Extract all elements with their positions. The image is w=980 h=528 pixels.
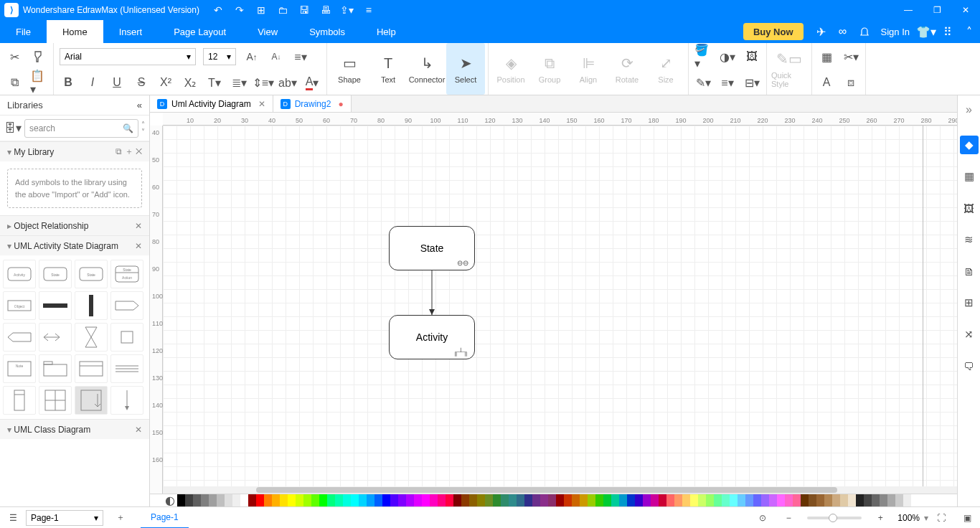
color-swatch[interactable] [406,494,414,507]
color-swatch[interactable] [217,494,225,507]
window-minimize-button[interactable]: — [894,0,923,20]
color-swatch[interactable] [540,494,548,507]
lib-section-object-rel[interactable]: ▸ Object Relationship ✕ [0,215,149,235]
color-swatch[interactable] [777,494,785,507]
menu-tab-file[interactable]: File [0,20,47,43]
right-tab-navigator-icon[interactable]: ⊞ [960,293,979,312]
color-swatch[interactable] [367,494,374,507]
menu-tab-view[interactable]: View [242,20,293,43]
color-swatch[interactable] [793,494,801,507]
color-swatch[interactable] [303,494,311,507]
color-swatch[interactable] [256,494,264,507]
right-tab-image-icon[interactable]: 🖼 [960,199,979,217]
sheet-icon[interactable]: ▦ [818,48,835,65]
qat-more-icon[interactable]: ≡ [363,4,374,16]
color-swatch[interactable] [327,494,335,507]
color-swatch[interactable] [690,494,698,507]
color-swatch[interactable] [524,494,532,507]
shape-thumbnail[interactable] [3,323,36,352]
color-swatch[interactable] [856,494,864,507]
diagram-node[interactable]: State⊖⊖ [389,226,475,270]
color-swatch[interactable] [730,494,738,507]
color-swatch[interactable] [509,494,517,507]
color-swatch[interactable] [311,494,319,507]
shape-tool-button[interactable]: ▭Shape [330,43,369,95]
menu-tab-home[interactable]: Home [47,20,103,43]
notifications-icon[interactable] [854,20,875,43]
color-swatch[interactable] [177,494,185,507]
color-swatch[interactable] [785,494,793,507]
color-swatch[interactable] [240,494,248,507]
color-swatch[interactable] [887,494,895,507]
lib-section-my-library[interactable]: ▾ My Library ⧉ ＋ ✕ [0,141,149,161]
window-restore-button[interactable]: ❐ [923,0,951,20]
color-swatch[interactable] [390,494,398,507]
color-swatch[interactable] [895,494,903,507]
canvas[interactable]: State⊖⊖Activity╓┴╖ [163,126,980,494]
color-swatch[interactable] [453,494,461,507]
libraries-collapse-icon[interactable]: « [137,100,142,110]
color-swatch[interactable] [430,494,438,507]
color-swatch[interactable] [359,494,367,507]
right-tab-layers-icon[interactable]: ≋ [960,230,979,249]
color-swatch[interactable] [769,494,777,507]
send-icon[interactable]: ✈ [811,20,832,43]
undo-icon[interactable]: ↶ [212,4,224,16]
canvas-hscrollbar-thumb[interactable] [256,487,837,493]
strike-icon[interactable]: S [133,74,150,91]
color-swatch[interactable] [264,494,272,507]
close-icon[interactable]: ✕ [135,425,142,435]
color-swatch[interactable] [422,494,430,507]
shape-thumbnail[interactable] [75,323,108,352]
connector-tool-button[interactable]: ↳Connector [407,43,446,95]
right-panel-expand-icon[interactable]: » [958,101,980,118]
libraries-browse-icon[interactable]: 🗄▾ [4,121,22,135]
shape-thumbnail[interactable] [110,386,143,415]
color-swatch[interactable] [595,494,603,507]
crop-icon[interactable]: ✂▾ [842,48,859,65]
color-swatch[interactable] [643,494,651,507]
color-swatch[interactable] [351,494,359,507]
color-swatch[interactable] [461,494,469,507]
line-style-icon[interactable]: ≡▾ [719,74,736,91]
shape-thumbnail[interactable] [110,291,143,320]
outline-view-icon[interactable]: ☰ [0,507,26,529]
menu-tab-insert[interactable]: Insert [103,20,159,43]
shape-thumbnail[interactable] [39,323,72,352]
shape-thumbnail[interactable] [39,291,72,320]
color-swatch[interactable] [296,494,303,507]
add-page-icon[interactable]: ＋ [108,507,133,529]
line-color-icon[interactable]: ✎▾ [694,74,712,91]
color-swatch[interactable] [761,494,769,507]
color-swatch[interactable] [880,494,887,507]
color-swatch[interactable] [382,494,390,507]
color-swatch[interactable] [477,494,485,507]
color-swatch[interactable] [588,494,595,507]
color-swatch[interactable] [335,494,343,507]
shape-thumbnail[interactable] [39,386,72,415]
menu-tab-symbols[interactable]: Symbols [293,20,361,43]
distribute-icon[interactable]: ⧈ [842,74,859,91]
color-swatch[interactable] [682,494,690,507]
color-swatch[interactable] [532,494,540,507]
color-swatch[interactable] [564,494,572,507]
color-swatch[interactable] [666,494,674,507]
redo-icon[interactable]: ↷ [234,4,245,16]
color-swatch[interactable] [414,494,422,507]
shape-thumbnail[interactable]: State [39,260,72,288]
right-tab-page-icon[interactable]: 🗎 [960,262,979,280]
cut-icon[interactable]: ✂ [6,48,23,65]
highlight-icon[interactable]: ab▾ [279,74,296,91]
zoom-slider-thumb[interactable] [829,514,837,522]
color-swatch[interactable] [706,494,714,507]
color-swatch[interactable] [517,494,524,507]
line-ends-icon[interactable]: ⊟▾ [743,74,760,91]
shape-thumbnail[interactable] [75,291,108,320]
color-swatch[interactable] [698,494,706,507]
right-tab-random-icon[interactable]: ⤨ [960,325,979,344]
color-swatch[interactable] [611,494,619,507]
color-swatch[interactable] [469,494,477,507]
shape-thumbnail[interactable] [110,354,143,383]
right-tab-grid-icon[interactable]: ▦ [960,167,979,186]
shape-thumbnail[interactable]: StateAction [110,260,143,288]
